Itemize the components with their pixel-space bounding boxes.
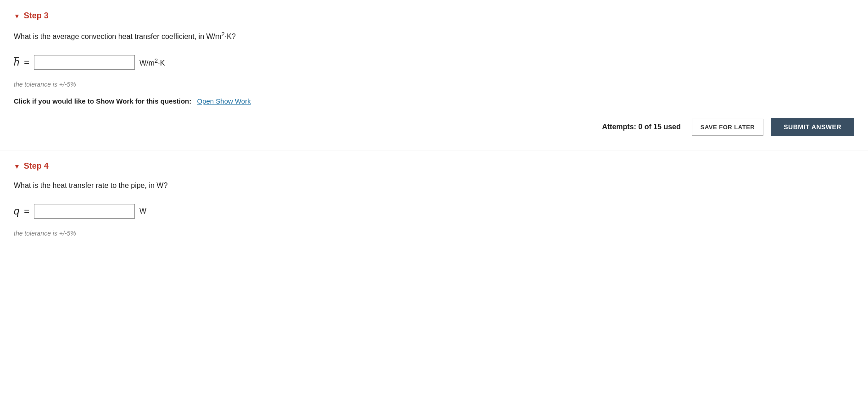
- step3-section: ▼ Step 3 What is the average convection …: [0, 0, 868, 150]
- step4-formula-equals: =: [24, 206, 29, 217]
- step3-submit-answer-button[interactable]: SUBMIT ANSWER: [771, 118, 854, 136]
- step3-formula-row: h = W/m2·K: [14, 55, 854, 70]
- step3-formula-symbol: h: [14, 56, 19, 68]
- step4-question: What is the heat transfer rate to the pi…: [14, 180, 854, 191]
- step4-arrow-icon: ▼: [14, 163, 20, 170]
- step3-tolerance: the tolerance is +/-5%: [14, 81, 854, 88]
- step4-section: ▼ Step 4 What is the heat transfer rate …: [0, 150, 868, 260]
- step4-title: Step 4: [24, 161, 49, 171]
- step3-formula-equals: =: [24, 57, 29, 68]
- step3-answer-input[interactable]: [34, 55, 135, 70]
- step3-question: What is the average convection heat tran…: [14, 30, 854, 42]
- step4-formula-row: q = W: [14, 204, 854, 219]
- step3-save-later-button[interactable]: SAVE FOR LATER: [692, 119, 763, 136]
- step3-actions-row: Attempts: 0 of 15 used SAVE FOR LATER SU…: [14, 118, 854, 136]
- step4-tolerance: the tolerance is +/-5%: [14, 230, 854, 237]
- step3-unit: W/m2·K: [139, 57, 165, 67]
- step3-arrow-icon: ▼: [14, 12, 20, 20]
- step3-attempts-text: Attempts: 0 of 15 used: [602, 123, 681, 131]
- step4-unit: W: [139, 207, 146, 215]
- step3-show-work-label: Click if you would like to Show Work for…: [14, 97, 191, 105]
- step4-answer-input[interactable]: [34, 204, 135, 219]
- step4-header: ▼ Step 4: [14, 161, 854, 171]
- step3-show-work-link[interactable]: Open Show Work: [197, 97, 250, 105]
- step4-formula-symbol: q: [14, 205, 19, 217]
- step3-title: Step 3: [24, 11, 49, 21]
- step3-header: ▼ Step 3: [14, 11, 854, 21]
- step3-show-work-row: Click if you would like to Show Work for…: [14, 97, 854, 105]
